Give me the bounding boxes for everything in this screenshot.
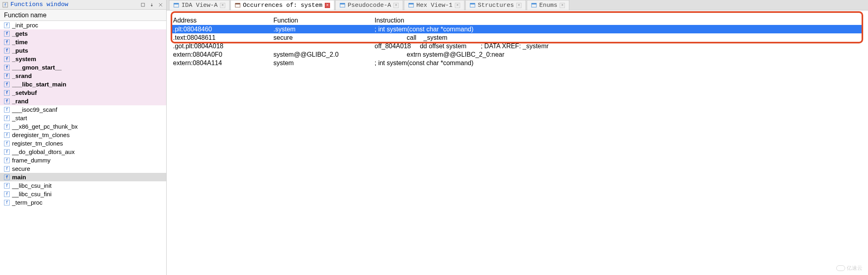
function-row[interactable]: f_puts: [0, 46, 166, 55]
tab-close-icon[interactable]: ×: [393, 3, 399, 8]
function-name: ___libc_start_main: [12, 81, 66, 88]
function-icon: f: [4, 200, 10, 205]
occurrence-row[interactable]: extern:0804A114system; int system(const …: [171, 59, 863, 67]
function-row[interactable]: f_srand: [0, 72, 166, 80]
function-icon: f: [4, 115, 10, 121]
function-icon: f: [4, 141, 10, 146]
function-row[interactable]: f_term_proc: [0, 198, 166, 207]
cell-address: extern:0804A114: [173, 60, 273, 67]
search-icon: [235, 2, 240, 8]
tab-strip: IDA View-A×Occurrences of: system×Pseudo…: [167, 0, 868, 10]
cell-function: .system: [273, 26, 375, 33]
view-icon: [531, 2, 537, 8]
cell-instruction: off_804A018 dd offset system ; DATA XREF…: [375, 43, 862, 50]
cell-instruction: call _system: [375, 34, 862, 41]
col-instruction[interactable]: Instruction: [375, 17, 862, 24]
function-row[interactable]: fregister_tm_clones: [0, 139, 166, 148]
function-row[interactable]: fmain: [0, 173, 166, 181]
function-row[interactable]: f___gmon_start__: [0, 63, 166, 72]
function-name: _puts: [12, 47, 28, 54]
view-icon: [408, 2, 414, 8]
tab[interactable]: Enums×: [527, 0, 569, 10]
functions-window-titlebar: f Functions window: [0, 0, 166, 10]
function-row[interactable]: f_init_proc: [0, 21, 166, 29]
function-row[interactable]: fsecure: [0, 164, 166, 173]
tab-close-icon[interactable]: ×: [325, 3, 330, 8]
functions-column-header[interactable]: Function name: [0, 10, 166, 21]
tab-label: Structures: [478, 2, 514, 9]
function-row[interactable]: f__do_global_dtors_aux: [0, 148, 166, 156]
function-row[interactable]: fderegister_tm_clones: [0, 131, 166, 139]
col-address[interactable]: Address: [173, 17, 273, 24]
undock-button[interactable]: [140, 2, 146, 8]
tab-close-icon[interactable]: ×: [220, 3, 225, 8]
function-icon: f: [4, 132, 10, 138]
function-name: secure: [12, 165, 30, 172]
function-row[interactable]: f_system: [0, 55, 166, 63]
function-name: __x86_get_pc_thunk_bx: [12, 123, 77, 130]
function-icon: f: [4, 124, 10, 129]
function-row[interactable]: f_setvbuf: [0, 88, 166, 97]
occurrences-panel: Address Function Instruction .plt:080484…: [167, 10, 868, 275]
svg-rect-6: [235, 3, 240, 4]
function-row[interactable]: f_time: [0, 38, 166, 46]
function-name: deregister_tm_clones: [12, 131, 69, 138]
occurrence-row[interactable]: extern:0804A0F0system@@GLIBC_2.0 extrn s…: [171, 50, 863, 59]
function-icon: f: [4, 82, 10, 87]
function-icon: f: [4, 107, 10, 113]
function-row[interactable]: f_gets: [0, 29, 166, 38]
functions-list[interactable]: f_init_procf_getsf_timef_putsf_systemf__…: [0, 21, 166, 275]
functions-window: f Functions window Function name f_init_…: [0, 0, 167, 275]
tab[interactable]: IDA View-A×: [169, 0, 230, 10]
tab-label: Hex View-1: [416, 2, 452, 9]
function-row[interactable]: f__libc_csu_fini: [0, 190, 166, 198]
function-row[interactable]: fframe_dummy: [0, 156, 166, 164]
function-icon: f: [4, 56, 10, 62]
function-row[interactable]: f__x86_get_pc_thunk_bx: [0, 122, 166, 131]
tab-close-icon[interactable]: ×: [560, 3, 565, 8]
function-name: _srand: [12, 72, 32, 79]
tab-close-icon[interactable]: ×: [455, 3, 460, 8]
occurrence-row[interactable]: .text:08048611secure call _system: [171, 33, 863, 42]
function-name: _rand: [12, 98, 29, 105]
function-name: __libc_csu_fini: [12, 191, 51, 197]
function-name: __do_global_dtors_aux: [12, 148, 75, 155]
view-icon: [470, 2, 475, 8]
tab[interactable]: Hex View-1×: [404, 0, 465, 10]
close-button[interactable]: [157, 2, 164, 8]
function-row[interactable]: f_rand: [0, 97, 166, 105]
function-name: main: [12, 174, 26, 181]
cell-instruction: ; int system(const char *command): [375, 60, 862, 67]
occurrences-table-header[interactable]: Address Function Instruction: [171, 16, 863, 25]
function-name: _gets: [12, 30, 28, 37]
function-name: ___gmon_start__: [12, 64, 61, 71]
tab-label: Enums: [539, 2, 557, 9]
tab-close-icon[interactable]: ×: [516, 3, 522, 8]
tab[interactable]: Pseudocode-A×: [335, 0, 403, 10]
view-icon: [173, 2, 179, 8]
function-row[interactable]: f___libc_start_main: [0, 80, 166, 88]
occurrence-row[interactable]: .plt:08048460.system; int system(const c…: [171, 25, 863, 33]
tab[interactable]: Structures×: [465, 0, 526, 10]
function-row[interactable]: f___isoc99_scanf: [0, 105, 166, 114]
function-name: register_tm_clones: [12, 140, 63, 147]
function-name: _setvbuf: [12, 89, 37, 96]
col-function[interactable]: Function: [273, 17, 375, 24]
function-icon: f: [4, 65, 10, 70]
function-row[interactable]: f__libc_csu_init: [0, 181, 166, 190]
tab[interactable]: Occurrences of: system×: [230, 0, 334, 10]
function-name: frame_dummy: [12, 157, 51, 164]
occurrence-row[interactable]: .got.plt:0804A018off_804A018 dd offset s…: [171, 42, 863, 50]
function-icon: f: [4, 90, 10, 96]
cell-function: system: [273, 60, 375, 67]
function-name: _time: [12, 39, 28, 45]
watermark: 亿速云: [836, 265, 862, 272]
function-icon: f: [4, 99, 10, 104]
function-name: _term_proc: [12, 199, 43, 206]
cell-instruction: extrn system@@GLIBC_2_0:near: [375, 51, 862, 58]
function-row[interactable]: f_start: [0, 114, 166, 122]
pin-button[interactable]: [149, 2, 155, 8]
function-icon: f: [4, 174, 10, 180]
svg-rect-14: [532, 3, 536, 4]
cloud-icon: [836, 265, 845, 271]
